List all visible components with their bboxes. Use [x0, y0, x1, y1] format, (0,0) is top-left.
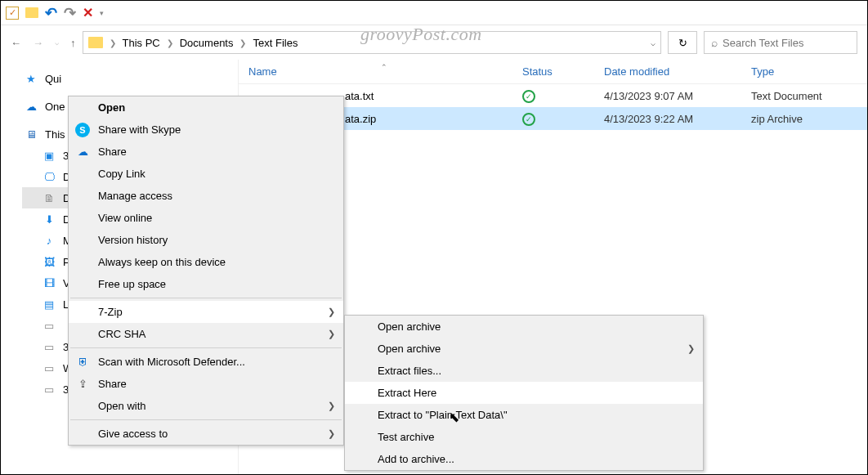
search-input[interactable]: ⌕ Search Text Files — [704, 31, 857, 54]
col-status[interactable]: Status — [512, 65, 594, 78]
menu-item-share[interactable]: ☁Share — [69, 141, 343, 163]
submenu-item-extract-files-[interactable]: Extract files... — [345, 360, 703, 382]
menu-item-crc-sha[interactable]: CRC SHA❯ — [69, 323, 343, 345]
menu-label: Extract to "Plain Text Data\" — [378, 409, 508, 421]
chevron-right-icon: ❯ — [328, 401, 335, 411]
column-headers: Name Status Date modified Type — [239, 60, 867, 84]
pc-icon: 🖥 — [24, 127, 38, 141]
file-type: Text Document — [741, 90, 867, 102]
col-date[interactable]: Date modified — [594, 65, 741, 78]
check-icon[interactable]: ✓ — [6, 7, 19, 20]
quick-access-toolbar: ✓ ↶ ↷ ✕ ▾ — [1, 1, 867, 25]
col-name[interactable]: Name — [239, 65, 512, 78]
menu-item-share-with-skype[interactable]: SShare with Skype — [69, 119, 343, 141]
file-date: 4/13/2023 9:22 AM — [594, 113, 741, 125]
refresh-button[interactable]: ↻ — [668, 31, 697, 54]
hdd-icon: ▭ — [42, 339, 56, 354]
cube-icon: ▣ — [42, 148, 56, 163]
menu-label: View online — [98, 212, 152, 224]
chevron-right-icon[interactable]: ❯ — [110, 38, 116, 47]
search-placeholder: Search Text Files — [723, 37, 803, 49]
submenu-item-open-archive[interactable]: Open archive — [345, 316, 703, 338]
chevron-right-icon[interactable]: ❯ — [167, 38, 173, 47]
menu-item-copy-link[interactable]: Copy Link — [69, 163, 343, 185]
status-ok-icon: ✓ — [522, 90, 535, 103]
hdd-icon: ▭ — [42, 361, 56, 375]
submenu-item-extract-here[interactable]: Extract Here — [345, 382, 703, 404]
menu-label: Give access to — [98, 428, 168, 440]
history-dropdown-icon[interactable]: ⌵ — [55, 38, 59, 47]
menu-label: Open — [98, 101, 125, 114]
chevron-right-icon: ❯ — [328, 307, 335, 317]
delete-icon[interactable]: ✕ — [83, 5, 93, 20]
search-icon: ⌕ — [711, 36, 718, 49]
folder-icon — [88, 37, 103, 48]
menu-item-manage-access[interactable]: Manage access — [69, 185, 343, 207]
menu-label: Open archive — [378, 343, 441, 355]
menu-label: Share — [98, 146, 127, 158]
file-type: zip Archive — [741, 113, 867, 125]
context-menu: OpenSShare with Skype☁ShareCopy LinkMana… — [68, 96, 344, 446]
dropdown-icon[interactable]: ▾ — [100, 9, 104, 17]
menu-item-share[interactable]: ⇪Share — [69, 373, 343, 395]
shield-icon: ⛨ — [75, 355, 90, 370]
video-icon: 🎞 — [42, 276, 56, 290]
chevron-right-icon: ❯ — [328, 428, 335, 439]
sidebar-item-quick-access[interactable]: ★Qui — [20, 68, 238, 89]
submenu-item-add-to-archive-[interactable]: Add to archive... — [345, 448, 703, 470]
breadcrumb[interactable]: Documents — [177, 37, 237, 49]
menu-label: Share — [98, 378, 127, 390]
menu-label: Scan with Microsoft Defender... — [98, 356, 245, 368]
col-type[interactable]: Type — [741, 65, 867, 78]
drive-icon: ▤ — [42, 297, 56, 311]
hdd-icon: ▭ — [42, 318, 56, 333]
submenu-item-open-archive[interactable]: Open archive❯ — [345, 338, 703, 360]
folder-icon[interactable] — [25, 7, 38, 18]
menu-item-give-access-to[interactable]: Give access to❯ — [69, 423, 343, 445]
up-icon[interactable]: ↑ — [70, 37, 76, 49]
file-date: 4/13/2023 9:07 AM — [594, 90, 741, 102]
menu-item-always-keep-on-this-device[interactable]: Always keep on this device — [69, 251, 343, 273]
menu-label: Share with Skype — [98, 123, 181, 136]
menu-label: Version history — [98, 234, 168, 246]
chevron-down-icon[interactable]: ⌵ — [651, 38, 655, 47]
cloud-icon: ☁ — [75, 145, 90, 159]
undo-icon[interactable]: ↶ — [45, 4, 57, 22]
menu-item-open-with[interactable]: Open with❯ — [69, 395, 343, 417]
desktop-icon: 🖵 — [42, 169, 56, 184]
menu-label: Free up space — [98, 278, 166, 290]
menu-item-view-online[interactable]: View online — [69, 207, 343, 229]
menu-label: Always keep on this device — [98, 256, 226, 268]
context-submenu: Open archiveOpen archive❯Extract files..… — [344, 315, 704, 471]
pic-icon: 🖼 — [42, 254, 56, 269]
redo-icon[interactable]: ↷ — [64, 4, 76, 22]
watermark: groovyPost.com — [360, 24, 482, 45]
submenu-item-test-archive[interactable]: Test archive — [345, 426, 703, 448]
chevron-right-icon: ❯ — [328, 329, 335, 339]
breadcrumb[interactable]: Text Files — [249, 37, 301, 49]
menu-label: Extract files... — [378, 365, 441, 377]
status-ok-icon: ✓ — [522, 113, 535, 126]
menu-label: Open archive — [378, 320, 441, 333]
star-icon: ★ — [24, 71, 38, 86]
cloud-icon: ☁ — [24, 99, 38, 114]
menu-item-free-up-space[interactable]: Free up space — [69, 273, 343, 295]
breadcrumb[interactable]: This PC — [119, 37, 163, 49]
sort-indicator-icon: ⌃ — [381, 63, 387, 71]
menu-label: Test archive — [378, 431, 434, 443]
menu-label: Open with — [98, 400, 146, 412]
share-icon: ⇪ — [75, 377, 90, 392]
menu-label: 7-Zip — [98, 306, 123, 318]
menu-item-version-history[interactable]: Version history — [69, 229, 343, 251]
menu-label: Extract Here — [378, 387, 436, 399]
menu-item-open[interactable]: Open — [69, 96, 343, 119]
menu-label: Manage access — [98, 190, 172, 202]
download-icon: ⬇ — [42, 212, 56, 226]
music-icon: ♪ — [42, 233, 56, 248]
menu-item-scan-with-microsoft-defender-[interactable]: ⛨Scan with Microsoft Defender... — [69, 351, 343, 373]
back-icon[interactable]: ← — [11, 37, 21, 49]
chevron-right-icon: ❯ — [687, 343, 695, 354]
submenu-item-extract-to-plain-text-data-[interactable]: Extract to "Plain Text Data\" — [345, 404, 703, 426]
chevron-right-icon[interactable]: ❯ — [239, 38, 246, 47]
menu-item-7-zip[interactable]: 7-Zip❯ — [69, 301, 343, 323]
